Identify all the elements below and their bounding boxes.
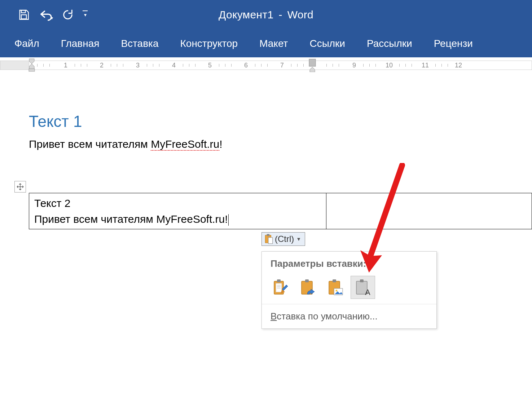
table-cell[interactable]: Текст 2 Привет всем читателям MyFreeSoft… xyxy=(29,193,326,229)
paste-options-popup: Параметры вставки: xyxy=(261,251,437,329)
save-button[interactable] xyxy=(14,5,34,25)
quick-access-toolbar: ▾ ▾ xyxy=(14,5,92,25)
table-container: Текст 2 Привет всем читателям MyFreeSoft… xyxy=(29,193,532,229)
tab-layout[interactable]: Макет xyxy=(249,30,299,57)
dropdown-caret-icon: ▼ xyxy=(296,236,301,242)
paste-as-picture[interactable] xyxy=(323,276,348,299)
repeat-icon xyxy=(62,9,74,21)
customize-qat-button[interactable]: ▾ xyxy=(78,5,92,25)
clipboard-text-icon: A xyxy=(354,278,371,296)
smarttag-label: (Ctrl) xyxy=(275,234,294,244)
ruler-body[interactable]: 1 2 3 4 5 6 7 9 10 11 12 xyxy=(29,61,532,70)
clipboard-brush-icon xyxy=(272,278,289,296)
svg-point-21 xyxy=(336,290,338,292)
tab-home[interactable]: Главная xyxy=(50,30,110,57)
app-name: Word xyxy=(287,9,313,21)
svg-rect-9 xyxy=(268,238,273,244)
undo-dropdown-caret-icon[interactable]: ▾ xyxy=(51,16,53,21)
paste-options-header: Параметры вставки: xyxy=(262,252,436,274)
set-default-paste[interactable]: Вставка по умолчанию... xyxy=(262,304,436,328)
svg-rect-8 xyxy=(267,234,270,236)
horizontal-ruler[interactable]: 1 2 3 4 5 6 7 9 10 11 12 xyxy=(0,57,532,73)
svg-rect-23 xyxy=(360,279,364,282)
paste-options-button[interactable]: (Ctrl) ▼ xyxy=(261,232,305,246)
table-move-handle[interactable] xyxy=(14,181,26,193)
paste-options-row: A xyxy=(262,274,436,304)
cell-text-line[interactable]: Привет всем читателям MyFreeSoft.ru! xyxy=(34,211,321,227)
document-table[interactable]: Текст 2 Привет всем читателям MyFreeSoft… xyxy=(29,193,532,229)
svg-rect-17 xyxy=(305,279,309,282)
paste-merge-formatting[interactable] xyxy=(296,276,320,299)
tab-mailings[interactable]: Рассылки xyxy=(356,30,423,57)
tab-file[interactable]: Файл xyxy=(4,30,50,57)
svg-rect-12 xyxy=(276,283,282,292)
tab-insert[interactable]: Вставка xyxy=(110,30,169,57)
svg-rect-0 xyxy=(21,10,25,13)
spelling-error[interactable]: MyFreeSoft.ru xyxy=(151,138,219,151)
ruler-margin-left[interactable] xyxy=(0,61,29,70)
svg-marker-2 xyxy=(29,59,34,64)
table-cell[interactable] xyxy=(326,193,532,229)
table-row[interactable]: Текст 2 Привет всем читателям MyFreeSoft… xyxy=(29,193,532,229)
svg-rect-5 xyxy=(309,59,316,66)
paragraph-text[interactable]: Привет всем читателям MyFreeSoft.ru! xyxy=(29,137,532,151)
paste-keep-source-formatting[interactable] xyxy=(268,276,293,299)
tab-review[interactable]: Рецензи xyxy=(423,30,484,57)
clipboard-icon xyxy=(264,234,273,244)
svg-rect-4 xyxy=(29,69,35,71)
cell-text-line[interactable]: Текст 2 xyxy=(34,195,321,211)
save-icon xyxy=(18,9,30,21)
svg-rect-19 xyxy=(333,279,336,282)
text-cursor xyxy=(228,214,229,226)
customize-caret-icon: ▾ xyxy=(84,12,87,18)
undo-button[interactable]: ▾ xyxy=(34,5,58,25)
heading-1[interactable]: Текст 1 xyxy=(29,112,532,131)
svg-rect-1 xyxy=(21,15,26,19)
paste-options-smarttag: (Ctrl) ▼ xyxy=(261,232,305,246)
tab-design[interactable]: Конструктор xyxy=(170,30,249,57)
svg-text:A: A xyxy=(365,288,370,296)
svg-rect-11 xyxy=(277,279,281,282)
document-name: Документ1 xyxy=(219,9,273,21)
clipboard-picture-icon xyxy=(327,278,344,296)
paste-text-only[interactable]: A xyxy=(351,276,375,299)
svg-marker-6 xyxy=(310,67,315,72)
ribbon-tabs: Файл Главная Вставка Конструктор Макет С… xyxy=(0,30,532,57)
right-indent-marker-icon[interactable] xyxy=(308,58,316,72)
svg-marker-3 xyxy=(29,64,34,69)
title-bar: ▾ ▾ Документ1-Word xyxy=(0,0,532,30)
clipboard-merge-icon xyxy=(299,278,317,296)
tab-references[interactable]: Ссылки xyxy=(299,30,356,57)
redo-button[interactable] xyxy=(58,5,78,25)
move-icon xyxy=(17,183,24,190)
